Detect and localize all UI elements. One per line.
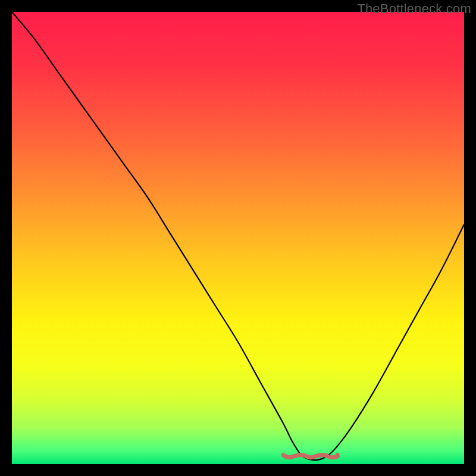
plot-area: [12, 12, 464, 464]
watermark-text: TheBottleneck.com: [357, 1, 471, 17]
chart-svg: [12, 12, 464, 464]
gradient-background: [12, 12, 464, 464]
chart-frame: TheBottleneck.com: [0, 0, 476, 476]
